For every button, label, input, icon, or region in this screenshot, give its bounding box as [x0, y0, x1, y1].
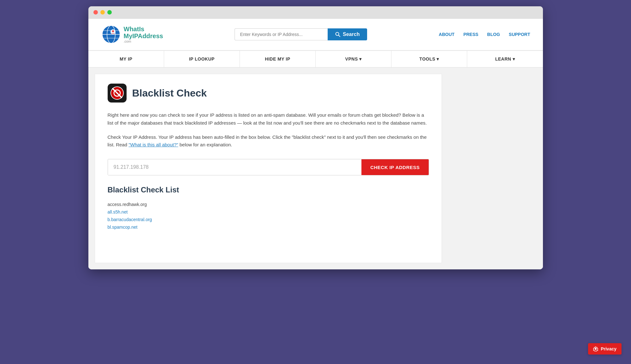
privacy-label: Privacy [601, 346, 616, 351]
check-ip-button[interactable]: CHECK IP ADDRESS [361, 159, 428, 175]
privacy-gear-icon [593, 346, 598, 351]
svg-line-9 [338, 35, 340, 37]
header-nav-about[interactable]: ABOUT [439, 32, 455, 37]
browser-titlebar [88, 6, 543, 19]
header-nav-blog[interactable]: BLOG [487, 32, 500, 37]
site-header: WhatIs MyIPAddress .com Search ABOUT PRE [88, 19, 543, 50]
ip-check-form: CHECK IP ADDRESS [108, 159, 429, 175]
nav-tools[interactable]: TOOLS ▾ [391, 51, 467, 67]
nav-vpns[interactable]: VPNS ▾ [316, 51, 391, 67]
logo-area[interactable]: WhatIs MyIPAddress .com [101, 24, 163, 44]
logo-whatis: WhatIs [124, 26, 163, 32]
nav-learn[interactable]: LEARN ▾ [467, 51, 543, 67]
blacklist-icon [108, 84, 127, 103]
logo-text: WhatIs MyIPAddress .com [124, 26, 163, 43]
logo-globe-icon [101, 24, 121, 44]
nav-hide-my-ip[interactable]: HIDE MY IP [240, 51, 316, 67]
header-nav: ABOUT PRESS BLOG SUPPORT [439, 32, 530, 37]
search-button-label: Search [343, 32, 360, 37]
content-wrapper: Blacklist Check Right here and now you c… [88, 68, 543, 269]
list-item-link[interactable]: all.s5h.net [108, 209, 128, 214]
blacklist-list: access.redhawk.org all.s5h.net b.barracu… [108, 201, 429, 231]
list-item: b.barracudacentral.org [108, 216, 429, 223]
list-item: access.redhawk.org [108, 201, 429, 208]
header-nav-support[interactable]: SUPPORT [509, 32, 530, 37]
browser-window: WhatIs MyIPAddress .com Search ABOUT PRE [88, 6, 543, 269]
ip-address-input[interactable] [108, 159, 362, 175]
description-text-2b: below for an explanation. [178, 142, 232, 147]
nav-my-ip[interactable]: MY IP [88, 51, 164, 67]
list-item-text: access.redhawk.org [108, 202, 147, 207]
svg-point-13 [595, 348, 597, 350]
search-area: Search [235, 28, 367, 40]
browser-content: WhatIs MyIPAddress .com Search ABOUT PRE [88, 19, 543, 269]
header-nav-press[interactable]: PRESS [463, 32, 478, 37]
search-input[interactable] [235, 28, 328, 40]
list-item-link[interactable]: b.barracudacentral.org [108, 217, 152, 222]
svg-point-7 [112, 30, 114, 32]
page-title: Blacklist Check [132, 87, 207, 99]
description-paragraph-2: Check Your IP Address. Your IP address h… [108, 133, 429, 149]
no-sign-icon [110, 86, 124, 100]
main-nav: MY IP IP LOOKUP HIDE MY IP VPNS ▾ TOOLS … [88, 50, 543, 68]
description-paragraph-1: Right here and now you can check to see … [108, 111, 429, 127]
logo-myipaddress: MyIPAddress [124, 32, 163, 39]
main-content: Blacklist Check Right here and now you c… [95, 74, 442, 263]
traffic-light-yellow[interactable] [100, 10, 105, 15]
list-item-link[interactable]: bl.spamcop.net [108, 225, 138, 230]
what-is-link[interactable]: "What is this all about?" [128, 142, 178, 147]
search-icon [335, 32, 340, 37]
sidebar [448, 74, 537, 263]
traffic-light-red[interactable] [93, 10, 98, 15]
privacy-badge[interactable]: Privacy [588, 343, 622, 355]
search-button[interactable]: Search [328, 28, 367, 40]
logo-dotcom: .com [124, 39, 163, 43]
list-item: all.s5h.net [108, 208, 429, 216]
list-item: bl.spamcop.net [108, 223, 429, 231]
traffic-light-green[interactable] [107, 10, 112, 15]
nav-ip-lookup[interactable]: IP LOOKUP [164, 51, 240, 67]
blacklist-section-title: Blacklist Check List [108, 185, 429, 194]
page-heading: Blacklist Check [108, 84, 429, 103]
